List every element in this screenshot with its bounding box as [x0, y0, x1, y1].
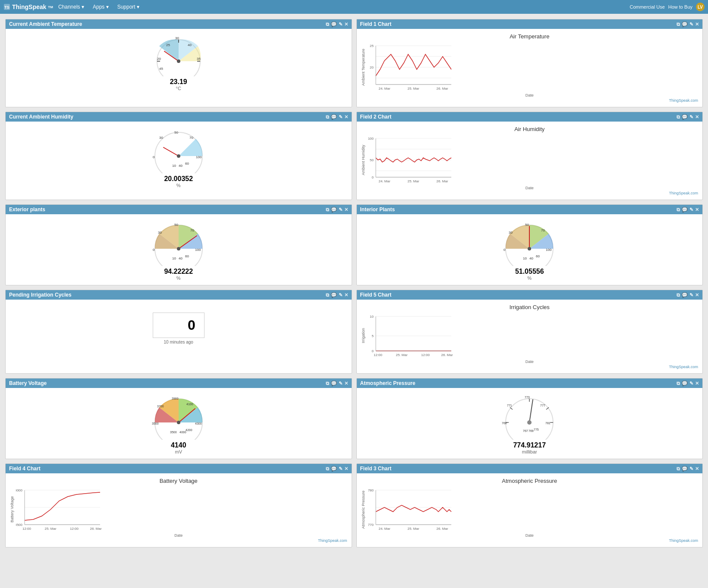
edit-icon-f4[interactable]: ✎ [339, 466, 343, 472]
edit-icon-f2[interactable]: ✎ [689, 114, 693, 120]
comment-icon-bat[interactable]: 💬 [331, 381, 337, 386]
x-axis-label-irrigation: Date [361, 360, 699, 364]
comment-icon-f2[interactable]: 💬 [682, 114, 688, 120]
svg-text:50: 50 [525, 223, 529, 227]
logo-icon: TS [3, 3, 10, 10]
svg-text:26. Mar: 26. Mar [441, 353, 453, 357]
exterior-unit: % [176, 275, 181, 281]
widget-field5-chart: Field 5 Chart ⧉ 💬 ✎ ✕ Irrigation Cycles … [356, 290, 703, 374]
widget-icons-battery: ⧉ 💬 ✎ ✕ [326, 381, 348, 386]
navbar: TS ThingSpeakTM Channels ▾ Apps ▾ Suppor… [0, 0, 708, 14]
close-icon-i[interactable]: ✕ [695, 207, 699, 213]
svg-text:100: 100 [196, 155, 202, 159]
expand-icon-pres[interactable]: ⧉ [677, 381, 680, 386]
edit-icon-pres[interactable]: ✎ [689, 381, 693, 386]
comment-icon-pres[interactable]: 💬 [682, 381, 688, 386]
svg-text:24. Mar: 24. Mar [378, 87, 390, 91]
comment-icon[interactable]: 💬 [331, 22, 337, 27]
svg-text:3500: 3500 [152, 422, 159, 425]
close-icon-bat[interactable]: ✕ [344, 381, 348, 386]
close-icon-f3[interactable]: ✕ [695, 466, 699, 472]
edit-icon-h[interactable]: ✎ [339, 114, 343, 120]
interior-unit: % [527, 275, 532, 281]
commercial-use-link[interactable]: Commercial Use [629, 4, 664, 9]
widget-title-field3: Field 3 Chart [360, 466, 677, 472]
edit-icon-irr[interactable]: ✎ [339, 292, 343, 298]
brand-logo[interactable]: TS ThingSpeakTM [3, 3, 53, 10]
close-icon-f1[interactable]: ✕ [695, 22, 699, 27]
close-icon-pres[interactable]: ✕ [695, 381, 699, 386]
edit-icon[interactable]: ✎ [339, 22, 343, 27]
comment-icon-i[interactable]: 💬 [682, 207, 688, 213]
widget-icons-interior: ⧉ 💬 ✎ ✕ [677, 207, 699, 213]
expand-icon-f1[interactable]: ⧉ [677, 22, 680, 27]
svg-text:26. Mar: 26. Mar [436, 87, 448, 91]
comment-icon-e[interactable]: 💬 [331, 207, 337, 213]
svg-text:25. Mar: 25. Mar [407, 179, 419, 183]
irrigation-chart-svg: 10 5 0 12:00 25. Mar 12:00 26. Mar [367, 312, 453, 360]
channels-menu[interactable]: Channels ▾ [55, 2, 88, 12]
widget-title-field4: Field 4 Chart [9, 466, 326, 472]
humidity-gauge-svg: 0 30 50 70 100 10 40 60 [148, 126, 209, 173]
close-icon-f5[interactable]: ✕ [695, 292, 699, 298]
how-to-buy-link[interactable]: How to Buy [668, 4, 692, 9]
expand-icon-irr[interactable]: ⧉ [326, 292, 329, 298]
user-avatar[interactable]: LV [696, 3, 705, 11]
irrigation-value: 0 [153, 313, 205, 338]
y-axis-label-humidity: Ambient Humidity [361, 145, 365, 175]
widget-header-pressure: Atmospheric Pressure ⧉ 💬 ✎ ✕ [357, 378, 703, 388]
expand-icon-f2[interactable]: ⧉ [677, 114, 680, 120]
comment-icon-irr[interactable]: 💬 [331, 292, 337, 298]
edit-icon-f1[interactable]: ✎ [689, 22, 693, 27]
svg-text:70: 70 [190, 228, 194, 232]
close-icon-irr[interactable]: ✕ [344, 292, 348, 298]
widget-title-field1: Field 1 Chart [360, 21, 677, 27]
svg-point-71 [528, 247, 531, 250]
close-icon-h[interactable]: ✕ [344, 114, 348, 120]
widget-header-field4: Field 4 Chart ⧉ 💬 ✎ ✕ [6, 464, 352, 473]
close-icon-f2[interactable]: ✕ [695, 114, 699, 120]
svg-text:40: 40 [179, 256, 183, 260]
widget-title-pressure: Atmospheric Pressure [360, 380, 677, 386]
irrigation-numeric-container: 0 10 minutes ago [10, 304, 347, 353]
edit-icon-f5[interactable]: ✎ [689, 292, 693, 298]
apps-menu[interactable]: Apps ▾ [89, 2, 112, 12]
widget-header-field5: Field 5 Chart ⧉ 💬 ✎ ✕ [357, 290, 703, 300]
support-menu[interactable]: Support ▾ [114, 2, 143, 12]
edit-icon-i[interactable]: ✎ [689, 207, 693, 213]
expand-icon-i[interactable]: ⧉ [677, 207, 680, 213]
svg-point-95 [506, 399, 553, 440]
comment-icon-f4[interactable]: 💬 [331, 466, 337, 472]
expand-icon-h[interactable]: ⧉ [326, 114, 329, 120]
widget-icons-irrigation: ⧉ 💬 ✎ ✕ [326, 292, 348, 298]
expand-icon[interactable]: ⧉ [326, 22, 329, 27]
edit-icon-e[interactable]: ✎ [339, 207, 343, 213]
pressure-gauge-svg: 760 771 773 777 781 767 769 775 [499, 392, 560, 440]
comment-icon-f3[interactable]: 💬 [682, 466, 688, 472]
edit-icon-bat[interactable]: ✎ [339, 381, 343, 386]
close-icon-e[interactable]: ✕ [344, 207, 348, 213]
expand-icon-f5[interactable]: ⧉ [677, 292, 680, 298]
svg-text:100: 100 [368, 137, 374, 141]
svg-text:60: 60 [185, 162, 189, 166]
svg-text:25. Mar: 25. Mar [44, 527, 56, 531]
expand-icon-f4[interactable]: ⧉ [326, 466, 329, 472]
svg-text:24. Mar: 24. Mar [378, 179, 390, 183]
widget-field1-chart: Field 1 Chart ⧉ 💬 ✎ ✕ Air Temperature Am… [356, 19, 703, 107]
widget-icons-field3: ⧉ 💬 ✎ ✕ [677, 466, 699, 472]
expand-icon-bat[interactable]: ⧉ [326, 381, 329, 386]
widget-atm-pressure: Atmospheric Pressure ⧉ 💬 ✎ ✕ [356, 378, 703, 459]
svg-text:0: 0 [371, 349, 374, 353]
svg-text:50: 50 [174, 131, 178, 134]
svg-text:100: 100 [195, 248, 201, 252]
close-icon[interactable]: ✕ [344, 22, 348, 27]
expand-icon-f3[interactable]: ⧉ [677, 466, 680, 472]
comment-icon-h[interactable]: 💬 [331, 114, 337, 120]
edit-icon-f3[interactable]: ✎ [689, 466, 693, 472]
close-icon-f4[interactable]: ✕ [344, 466, 348, 472]
comment-icon-f5[interactable]: 💬 [682, 292, 688, 298]
widget-header-exterior: Exterior plants ⧉ 💬 ✎ ✕ [6, 205, 352, 214]
comment-icon-f1[interactable]: 💬 [682, 22, 688, 27]
svg-text:24. Mar: 24. Mar [378, 527, 390, 531]
expand-icon-e[interactable]: ⧉ [326, 207, 329, 213]
